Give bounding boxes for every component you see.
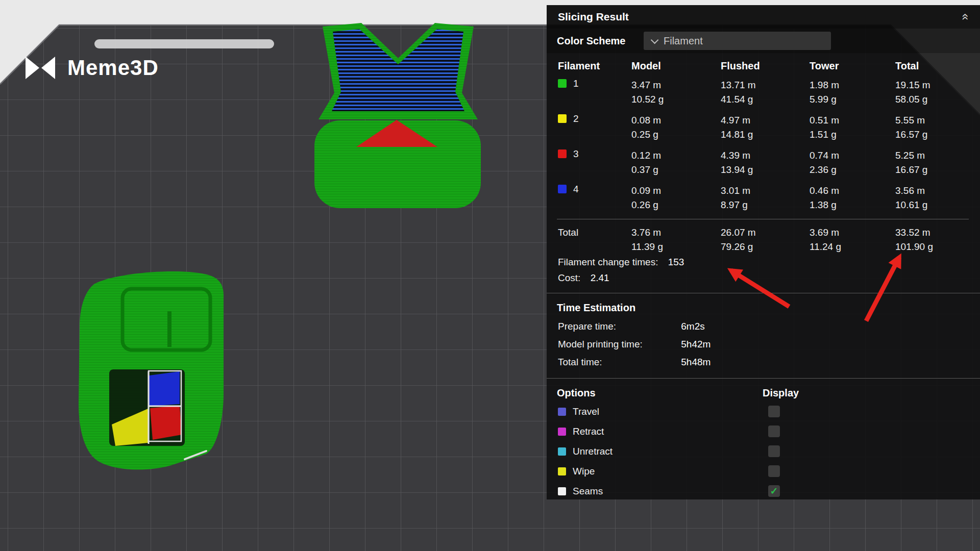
- panel-header: Slicing Result «: [547, 5, 980, 29]
- model-weight: 11.39 g: [631, 240, 721, 254]
- logo-text: Meme3D: [67, 56, 159, 80]
- wipe-color-swatch: [558, 467, 566, 475]
- wipe-label: Wipe: [573, 466, 595, 477]
- flushed-cell: 13.71 m41.54 g: [721, 78, 810, 107]
- total-table: Total 3.76 m11.39 g 26.07 m79.26 g 3.69 …: [547, 226, 980, 254]
- model-length: 0.09 m: [631, 184, 721, 198]
- model-weight: 0.25 g: [631, 128, 721, 142]
- filament-id: 3: [573, 148, 579, 159]
- time-estimation-title: Time Estimation: [547, 300, 980, 315]
- flushed-weight: 79.26 g: [721, 240, 810, 254]
- cost-line: Cost: 2.41: [547, 270, 980, 286]
- filament-cell: 4: [558, 184, 631, 212]
- display-checkbox-seams[interactable]: ✓: [768, 485, 780, 497]
- slicing-result-panel: Slicing Result « Color Scheme Filament F…: [547, 5, 980, 499]
- seams-color-swatch: [558, 487, 566, 495]
- filament-id: 4: [573, 184, 579, 194]
- model-printing-time-value: 5h42m: [681, 339, 710, 349]
- filament-row-1: 1 3.47 m10.52 g 13.71 m41.54 g 1.98 m5.9…: [558, 78, 970, 107]
- model-weight: 10.52 g: [631, 92, 721, 107]
- model-cell: 0.08 m0.25 g: [631, 113, 721, 142]
- total-length: 19.15 m: [895, 78, 970, 92]
- tower-weight: 1.51 g: [810, 128, 895, 142]
- display-column-header: Display: [763, 385, 799, 401]
- table-header-row: Filament Model Flushed Tower Total: [558, 60, 970, 72]
- filament-color-swatch: [558, 79, 567, 88]
- total-weight: 16.57 g: [895, 128, 970, 142]
- flushed-length: 3.01 m: [721, 184, 810, 198]
- total-separator: [557, 219, 969, 219]
- total-length: 33.52 m: [895, 226, 970, 240]
- model-length: 0.12 m: [631, 148, 721, 163]
- tower-cell: 0.51 m1.51 g: [810, 113, 895, 142]
- flushed-length: 4.97 m: [721, 113, 810, 128]
- model-cell: 3.76 m11.39 g: [631, 226, 721, 254]
- total-length: 5.55 m: [895, 113, 970, 128]
- total-cell: 5.55 m16.57 g: [895, 113, 970, 142]
- col-header-model: Model: [631, 60, 721, 72]
- tower-cell: 1.98 m5.99 g: [810, 78, 895, 107]
- filament-id: 2: [573, 113, 579, 124]
- filament-change-times: Filament change times: 153: [547, 254, 980, 270]
- model-length: 0.08 m: [631, 113, 721, 128]
- flushed-weight: 41.54 g: [721, 92, 810, 107]
- retract-label: Retract: [573, 426, 604, 437]
- options-title: Options: [557, 387, 596, 398]
- model-sliced-cube[interactable]: [79, 271, 224, 470]
- filament-id: 1: [573, 78, 579, 89]
- total-time-row: Total time: 5h48m: [547, 353, 980, 371]
- total-weight: 101.90 g: [895, 240, 970, 254]
- flushed-length: 13.71 m: [721, 78, 810, 92]
- cube-red-face: [150, 406, 182, 440]
- model-printing-time-row: Model printing time: 5h42m: [547, 335, 980, 353]
- col-header-total: Total: [895, 60, 970, 72]
- tower-length: 0.46 m: [810, 184, 895, 198]
- tower-length: 1.98 m: [810, 78, 895, 92]
- flushed-cell: 3.01 m8.97 g: [721, 184, 810, 212]
- display-checkbox-wipe[interactable]: ✓: [768, 465, 780, 477]
- total-cell: 19.15 m58.05 g: [895, 78, 970, 107]
- flushed-weight: 14.81 g: [721, 128, 810, 142]
- application-window: Meme3D Slicing Result « Color Scheme Fil…: [0, 0, 980, 551]
- model-length: 3.76 m: [631, 226, 721, 240]
- chevron-down-icon: [651, 36, 659, 44]
- color-scheme-value: Filament: [664, 35, 703, 47]
- plate-handle-slot: [94, 39, 274, 48]
- model-length: 3.47 m: [631, 78, 721, 92]
- display-checkbox-retract[interactable]: ✓: [768, 425, 780, 437]
- total-weight: 16.67 g: [895, 163, 970, 177]
- travel-label: Travel: [573, 406, 599, 417]
- cube-blue-face: [149, 371, 180, 406]
- tower-length: 0.51 m: [810, 113, 895, 128]
- total-time-value: 5h48m: [681, 357, 710, 367]
- col-header-flushed: Flushed: [721, 60, 810, 72]
- option-row-retract: Retract ✓: [547, 421, 980, 441]
- display-checkbox-unretract[interactable]: ✓: [768, 445, 780, 457]
- cost-value: 2.41: [591, 272, 609, 283]
- prepare-time-value: 6m2s: [681, 321, 704, 332]
- filament-row-3: 3 0.12 m0.37 g 4.39 m13.94 g 0.74 m2.36 …: [558, 148, 970, 177]
- unretract-color-swatch: [558, 447, 566, 456]
- option-row-seams: Seams ✓: [547, 481, 980, 501]
- col-header-filament: Filament: [558, 60, 631, 72]
- collapse-panel-icon[interactable]: «: [959, 13, 971, 20]
- color-scheme-dropdown[interactable]: Filament: [644, 32, 831, 50]
- seams-label: Seams: [573, 486, 603, 497]
- option-row-unretract: Unretract ✓: [547, 441, 980, 461]
- tower-weight: 11.24 g: [810, 240, 895, 254]
- total-cell: 33.52 m101.90 g: [895, 226, 970, 254]
- tower-weight: 1.38 g: [810, 198, 895, 212]
- filament-row-4: 4 0.09 m0.26 g 3.01 m8.97 g 0.46 m1.38 g…: [558, 184, 970, 212]
- unretract-label: Unretract: [573, 446, 612, 457]
- retract-color-swatch: [558, 428, 566, 436]
- display-checkbox-travel[interactable]: ✓: [768, 406, 780, 417]
- tower-weight: 5.99 g: [810, 92, 895, 107]
- tower-cell: 0.46 m1.38 g: [810, 184, 895, 212]
- cost-label: Cost:: [558, 272, 580, 283]
- total-weight: 58.05 g: [895, 92, 970, 107]
- model-cell: 0.12 m0.37 g: [631, 148, 721, 177]
- tower-length: 0.74 m: [810, 148, 895, 163]
- model-weight: 0.37 g: [631, 163, 721, 177]
- filament-change-value: 153: [668, 257, 684, 267]
- tower-length: 3.69 m: [810, 226, 895, 240]
